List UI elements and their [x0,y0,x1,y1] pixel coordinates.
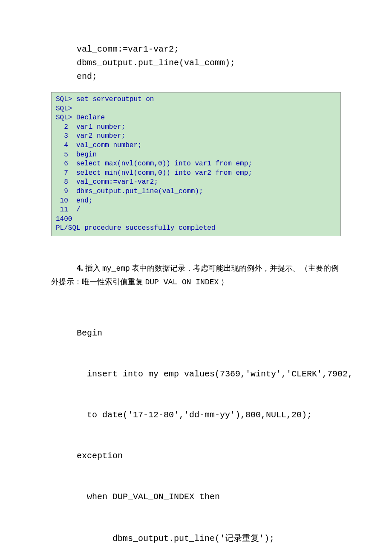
code-line: insert into my_emp values(7369,'winty','… [77,367,341,381]
sql-line: SQL> set serveroutput on [56,95,336,104]
sql-line: SQL> [56,104,336,114]
sql-line: 6 select max(nvl(comm,0)) into var1 from… [56,159,336,169]
sql-line: 9 dbms_output.put_line(val_comm); [56,187,336,197]
code-line: to_date('17-12-80','dd-mm-yy'),800,NULL,… [77,408,341,422]
sql-line: 11 / [56,205,336,215]
inline-code: my_emp [102,264,130,273]
code-line: when DUP_VAL_ON_INDEX then [77,490,341,504]
top-code-block: val_comm:=var1-var2; dbms_output.put_lin… [77,43,341,84]
sql-line: 1400 [56,215,336,224]
sql-line: 7 select min(nvl(comm,0)) into var2 from… [56,169,336,178]
sql-line: 10 end; [56,197,336,206]
sql-line: 2 var1 number; [56,123,336,132]
sql-line: 4 val_comm number; [56,141,336,150]
code-line: dbms_output.put_line(val_comm); [77,56,341,70]
document-page: val_comm:=var1-var2; dbms_output.put_lin… [0,0,392,555]
question-text: 插入 [83,264,102,272]
sql-line: 8 val_comm:=var1-var2; [56,178,336,187]
question-text: ） [219,278,228,286]
sql-line: SQL> Declare [56,113,336,123]
question-number: 4. [77,264,83,272]
inline-code: DUP_VAL_ON_INDEX [145,278,219,286]
sql-output-block: SQL> set serveroutput on SQL> SQL> Decla… [51,92,341,236]
code-line: Begin [77,327,341,340]
sql-line: PL/SQL procedure successfully completed [56,224,336,233]
sql-line: 3 var2 number; [56,132,336,141]
code-line: val_comm:=var1-var2; [77,43,341,56]
question-paragraph: 4. 插入 my_emp 表中的数据记录，考虑可能出现的例外，并提示。（主要的例… [51,262,341,289]
code-line: dbms_output.put_line('记录重复'); [77,531,341,546]
sql-line: 5 begin [56,150,336,160]
code-line: exception [77,449,341,463]
code-line: end; [77,70,341,84]
bottom-code-block: Begin insert into my_emp values(7369,'wi… [77,299,341,555]
